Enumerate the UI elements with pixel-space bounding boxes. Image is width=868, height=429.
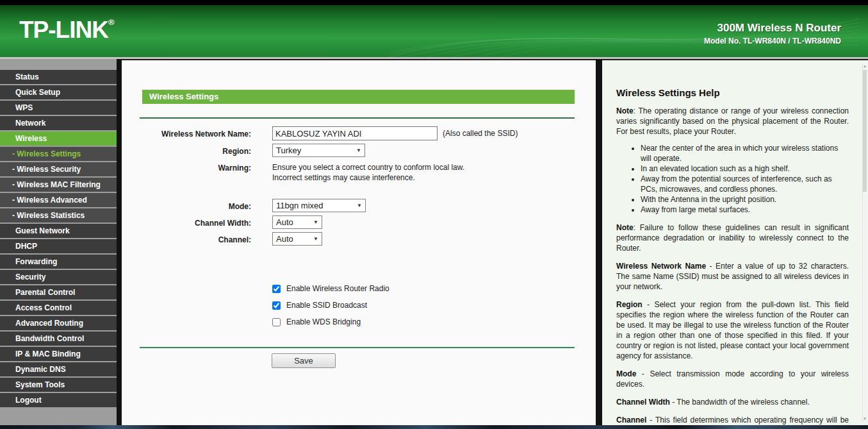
sidebar-item-quick-setup[interactable]: Quick Setup [0, 85, 117, 99]
sidebar-item-network[interactable]: Network [0, 116, 117, 130]
chevron-down-icon: ▼ [351, 147, 361, 153]
ssid-input[interactable] [272, 126, 438, 140]
sidebar-item-logout[interactable]: Logout [0, 393, 117, 407]
scrollbar-thumb[interactable] [863, 70, 867, 192]
region-selected-value: Turkey [276, 146, 301, 155]
sidebar-item-wireless-security[interactable]: - Wireless Security [0, 162, 117, 176]
section-divider-top [140, 117, 575, 119]
mode-row: Mode: 11bgn mixed ▼ [122, 199, 596, 212]
sidebar-item-advanced-routing[interactable]: Advanced Routing [0, 316, 117, 330]
ssid-note: (Also called the SSID) [443, 129, 518, 138]
help-bullet: Away from large metal surfaces. [641, 205, 849, 215]
scrollbar-down-arrow[interactable]: ▼ [863, 416, 867, 421]
sidebar-content-divider [117, 59, 122, 425]
product-name: 300M Wireless N Router [704, 22, 841, 35]
sidebar-item-wireless-mac-filtering[interactable]: - Wireless MAC Filtering [0, 178, 117, 192]
sidebar-item-dhcp[interactable]: DHCP [0, 239, 117, 253]
channel-select[interactable]: Auto ▼ [272, 232, 322, 246]
sidebar-item-status[interactable]: Status [0, 70, 117, 84]
help-paragraph-note: Note: Failure to follow these guidelines… [616, 223, 849, 253]
sidebar-item-bandwidth-control[interactable]: Bandwidth Control [0, 332, 117, 346]
product-info: 300M Wireless N Router Model No. TL-WR84… [704, 22, 841, 46]
sidebar-item-guest-network[interactable]: Guest Network [0, 224, 117, 238]
enable-wds-bridging-checkbox[interactable] [272, 318, 281, 326]
page-body: StatusQuick SetupWPSNetworkWireless- Wir… [0, 59, 868, 425]
channel-selected-value: Auto [276, 234, 293, 244]
section-divider-bottom [140, 347, 575, 348]
help-paragraph-region: Region - Select your region from the pul… [616, 299, 849, 361]
warning-text: Ensure you select a correct country to c… [272, 160, 464, 183]
channel-width-row: Channel Width: Auto ▼ [122, 215, 596, 229]
main-content: Wireless Settings Wireless Network Name:… [122, 59, 596, 425]
region-select[interactable]: Turkey ▼ [272, 144, 365, 157]
checkbox-row-enable-wds-bridging: Enable WDS Bridging [272, 315, 596, 328]
help-bullet: With the Antenna in the upright position… [641, 194, 849, 205]
sidebar-item-wireless[interactable]: Wireless [0, 131, 117, 146]
help-paragraph-wireless-network-name: Wireless Network Name - Enter a value of… [616, 261, 849, 292]
help-bullet: Away from the potential sources of inter… [641, 174, 849, 194]
help-panel: Wireless Settings Help Note: The operati… [602, 59, 868, 425]
wireless-settings-form: Wireless Network Name: (Also called the … [122, 126, 596, 368]
sidebar-item-wireless-advanced[interactable]: - Wireless Advanced [0, 193, 117, 207]
sidebar-item-parental-control[interactable]: Parental Control [0, 285, 117, 299]
network-name-row: Wireless Network Name: (Also called the … [122, 126, 596, 140]
chevron-down-icon: ▼ [352, 203, 362, 208]
help-bullet: In an elevated location such as a high s… [641, 164, 849, 174]
mode-select[interactable]: 11bgn mixed ▼ [272, 199, 366, 212]
checkbox-row-enable-ssid-broadcast: Enable SSID Broadcast [272, 299, 596, 312]
sidebar-item-wireless-settings[interactable]: - Wireless Settings [0, 147, 117, 161]
save-button[interactable]: Save [272, 353, 336, 368]
sidebar-item-security[interactable]: Security [0, 270, 117, 284]
checkbox-row-enable-wireless-router-radio: Enable Wireless Router Radio [272, 282, 596, 295]
enable-wireless-router-radio-checkbox[interactable] [272, 285, 281, 293]
router-admin-page: TP-LINK® 300M Wireless N Router Model No… [0, 0, 868, 429]
enable-wireless-router-radio-label: Enable Wireless Router Radio [286, 284, 389, 293]
registered-mark: ® [108, 17, 115, 27]
warning-label: Warning: [122, 160, 251, 172]
help-paragraph-channel: Channel - This field determines which op… [616, 415, 849, 425]
sidebar-item-system-tools[interactable]: System Tools [0, 378, 117, 392]
help-body: Note: The operating distance or range of… [616, 106, 849, 425]
sidebar-item-wps[interactable]: WPS [0, 101, 117, 115]
tplink-logo: TP-LINK® [19, 17, 115, 44]
chevron-down-icon: ▼ [308, 236, 318, 242]
region-row: Region: Turkey ▼ [122, 144, 596, 157]
header-banner: TP-LINK® 300M Wireless N Router Model No… [0, 5, 868, 59]
sidebar-item-ip-mac-binding[interactable]: IP & MAC Binding [0, 347, 117, 361]
channel-label: Channel: [122, 232, 251, 244]
enable-wds-bridging-label: Enable WDS Bridging [286, 317, 361, 326]
help-bullet: Near the center of the area in which you… [641, 143, 849, 164]
channel-width-select[interactable]: Auto ▼ [272, 215, 322, 229]
sidebar-item-access-control[interactable]: Access Control [0, 301, 117, 315]
enable-ssid-broadcast-checkbox[interactable] [272, 301, 281, 310]
scrollbar-up-arrow[interactable]: ▲ [863, 63, 867, 69]
mode-selected-value: 11bgn mixed [276, 201, 323, 210]
help-paragraph-note: Note: The operating distance or range of… [616, 106, 849, 137]
network-name-label: Wireless Network Name: [122, 126, 251, 139]
page-title: Wireless Settings [142, 90, 575, 104]
chevron-down-icon: ▼ [308, 219, 318, 225]
model-number: Model No. TL-WR840N / TL-WR840ND [704, 37, 841, 46]
sidebar-menu: StatusQuick SetupWPSNetworkWireless- Wir… [0, 59, 117, 425]
taskbar-edge [0, 425, 868, 429]
enable-ssid-broadcast-label: Enable SSID Broadcast [286, 301, 367, 310]
help-scrollbar[interactable]: ▲ ▼ [862, 63, 867, 421]
channel-width-selected-value: Auto [276, 217, 293, 227]
sidebar-item-forwarding[interactable]: Forwarding [0, 255, 117, 269]
checkbox-group: Enable Wireless Router RadioEnable SSID … [272, 282, 596, 328]
help-paragraph-channel-width: Channel Width - The bandwidth of the wir… [616, 397, 849, 407]
mode-label: Mode: [122, 199, 251, 211]
help-paragraph-mode: Mode - Select transmission mode accordin… [616, 369, 849, 389]
channel-row: Channel: Auto ▼ [122, 232, 596, 246]
content-help-divider [596, 59, 602, 425]
sidebar-item-wireless-statistics[interactable]: - Wireless Statistics [0, 208, 117, 223]
warning-row: Warning: Ensure you select a correct cou… [122, 160, 596, 183]
help-bullet-list: Near the center of the area in which you… [616, 143, 849, 215]
help-title: Wireless Settings Help [616, 87, 849, 98]
region-label: Region: [122, 144, 251, 156]
channel-width-label: Channel Width: [122, 215, 251, 228]
top-black-bar [0, 0, 868, 5]
sidebar-item-dynamic-dns[interactable]: Dynamic DNS [0, 362, 117, 376]
